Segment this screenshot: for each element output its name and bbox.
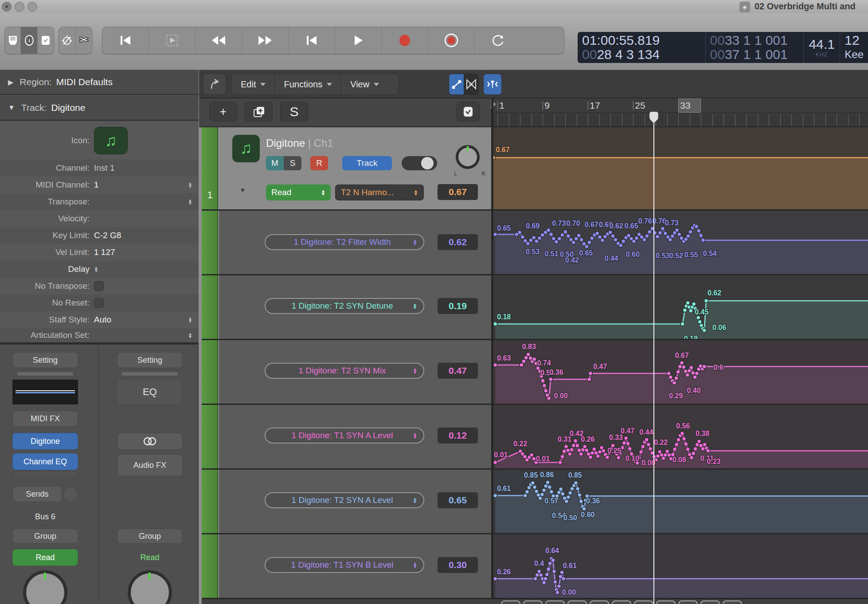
track-icon-note[interactable]: ♫: [232, 135, 260, 162]
region-outline[interactable]: [567, 600, 587, 604]
record-enable-button[interactable]: R: [310, 156, 328, 170]
automation-value[interactable]: 0.67: [438, 184, 478, 200]
autoselect-parameter-icon[interactable]: [457, 102, 480, 122]
automation-parameter-dropdown[interactable]: T2 N Harmo...▲▼: [335, 184, 424, 200]
field-velocity[interactable]: Velocity:: [0, 210, 199, 227]
lane-value[interactable]: 0.30: [438, 557, 478, 573]
region-outline[interactable]: [545, 600, 565, 604]
menu-edit[interactable]: Edit: [232, 74, 275, 94]
lane-value[interactable]: 0.62: [438, 234, 478, 250]
minimize-window-button[interactable]: [15, 2, 24, 12]
region-outline[interactable]: [612, 600, 631, 604]
stepper-icon[interactable]: ▲▼: [188, 182, 192, 188]
strip2-stereo-format-button[interactable]: [117, 433, 183, 450]
disclosure-down-icon[interactable]: ▼: [239, 186, 246, 194]
stepper-icon[interactable]: ▲▼: [188, 199, 192, 205]
field-no-transpose[interactable]: No Transpose:: [0, 278, 199, 294]
automation-curve[interactable]: 0.010.220.010.310.420.260.250.330.100.47…: [493, 405, 868, 468]
field-transpose[interactable]: Transpose: ▲▼: [0, 193, 199, 210]
field-articulation-set[interactable]: Articulation Set: ▲▼: [0, 328, 199, 342]
region-inspector-header[interactable]: ▶ Region:MIDI Defaults: [0, 70, 199, 95]
on-off-toggle[interactable]: [402, 156, 437, 170]
track-header[interactable]: ♫ Digitone | Ch1 M S R Track L R ▼ Read▲…: [219, 127, 491, 209]
bar-ruler[interactable]: 19172533: [493, 98, 868, 127]
lane-value[interactable]: 0.47: [438, 363, 478, 379]
strip1-sends-button[interactable]: Sends: [12, 486, 62, 502]
lane-parameter-dropdown[interactable]: 1 Digitone: T2 SYN Detune▲▼: [265, 298, 424, 314]
play-button[interactable]: [335, 27, 382, 54]
lane-label-row[interactable]: 1 Digitone: T2 Filter Width▲▼ 0.62: [219, 211, 491, 274]
strip2-automation-read-button[interactable]: Read: [117, 549, 183, 566]
automation-curve[interactable]: 0.260.40.640.610.00: [493, 534, 868, 598]
region-outline[interactable]: [523, 600, 543, 604]
automation-curve[interactable]: 0.630.830.740.510.360.000.470.670.290.40…: [493, 340, 868, 404]
field-no-reset[interactable]: No Reset:: [0, 294, 199, 311]
lane-parameter-dropdown[interactable]: 1 Digitone: T1 SYN B Level▲▼: [265, 557, 424, 573]
capture-record-button[interactable]: [428, 27, 475, 54]
lane-label-row[interactable]: 1 Digitone: T2 SYN Mix▲▼ 0.47: [219, 340, 491, 404]
scissors-icon[interactable]: ✂: [76, 27, 92, 54]
stepper-icon[interactable]: ▲▼: [188, 332, 192, 338]
automation-curves-mode-icon[interactable]: [449, 74, 464, 94]
automation-lane-canvas[interactable]: 0.650.690.530.730.700.510.500.420.650.67…: [493, 211, 868, 274]
strip1-eq-thumbnail[interactable]: [12, 380, 78, 404]
track-automation-target-button[interactable]: Track: [342, 156, 392, 170]
field-channel[interactable]: Channel:Inst 1: [0, 160, 199, 176]
lane-value[interactable]: 0.19: [438, 298, 478, 314]
midi-draw-mode-icon[interactable]: [464, 74, 478, 94]
lane-value[interactable]: 0.12: [438, 428, 478, 443]
playhead-line[interactable]: [653, 113, 654, 604]
automation-lane-canvas[interactable]: 0.610.850.860.850.570.540.500.600.36: [493, 470, 868, 533]
region-outline[interactable]: [678, 600, 698, 604]
no-reset-checkbox[interactable]: [94, 298, 104, 308]
stepper-icon[interactable]: ▲▼: [188, 317, 192, 323]
lcd-tempo[interactable]: 12 Kee: [840, 32, 868, 63]
region-outline[interactable]: [634, 600, 653, 604]
back-arrow-icon[interactable]: [203, 74, 226, 95]
strip1-output-bus-button[interactable]: Bus 6: [12, 508, 78, 525]
lcd-position[interactable]: 01:00:55.819 0028 4 3 134: [578, 32, 706, 63]
menu-view[interactable]: View: [341, 74, 388, 94]
lane-parameter-dropdown[interactable]: 1 Digitone: T2 SYN A Level▲▼: [265, 492, 424, 508]
lane-label-row[interactable]: 1 Digitone: T1 SYN A Level▲▼ 0.12: [219, 405, 491, 468]
stepper-icon[interactable]: ▲▼: [94, 266, 98, 272]
pan-knob[interactable]: [456, 145, 480, 169]
automation-curve[interactable]: 0.610.850.860.850.570.540.500.600.36: [493, 470, 868, 533]
disclosure-right-icon[interactable]: ▶: [8, 78, 13, 86]
automation-lane-canvas[interactable]: 0.630.830.740.510.360.000.470.670.290.40…: [493, 340, 868, 404]
strip1-group-button[interactable]: Group: [12, 529, 78, 544]
automation-lane-canvas[interactable]: 0.010.220.010.310.420.260.250.330.100.47…: [493, 405, 868, 468]
automation-curve[interactable]: 0.180.190.060.620.45: [493, 275, 868, 339]
solo-button[interactable]: S: [284, 156, 301, 170]
quick-help-icon[interactable]: [38, 27, 54, 54]
field-key-limit[interactable]: Key Limit:C-2 G8: [0, 227, 199, 244]
add-lane-button[interactable]: +: [209, 102, 237, 122]
rewind-button[interactable]: [195, 27, 242, 54]
field-delay[interactable]: Delay ▲▼: [0, 261, 199, 278]
next-lane-regions[interactable]: [202, 599, 868, 604]
no-transpose-checkbox[interactable]: [94, 281, 104, 291]
track-icon-note[interactable]: ♫: [94, 127, 128, 154]
cycle-button[interactable]: [475, 27, 520, 54]
field-vel-limit[interactable]: Vel Limit:1 127: [0, 244, 199, 261]
automation-curve[interactable]: 0.650.690.530.730.700.510.500.420.650.67…: [493, 211, 868, 274]
strip1-instrument-button[interactable]: Digitone: [12, 433, 78, 450]
lane-label-row[interactable]: 1 Digitone: T2 SYN A Level▲▼ 0.65: [219, 470, 491, 533]
automation-curve[interactable]: 0.67: [493, 127, 868, 209]
solo-lanes-button[interactable]: S: [280, 102, 308, 122]
track-inspector-header[interactable]: ▼ Track:Digitone: [0, 96, 199, 121]
forward-button[interactable]: [242, 27, 289, 54]
automation-lane-canvas[interactable]: 0.67: [493, 127, 868, 209]
strip2-group-button[interactable]: Group: [117, 529, 183, 544]
strip1-send-knob[interactable]: [63, 486, 78, 502]
strip2-audio-fx-button[interactable]: Audio FX: [117, 454, 183, 476]
stop-return-button[interactable]: [289, 27, 335, 54]
strip1-empty-slot[interactable]: [12, 471, 78, 478]
lane-value[interactable]: 0.65: [438, 492, 478, 508]
region-outline[interactable]: [656, 600, 676, 604]
automation-lane-canvas[interactable]: 0.180.190.060.620.45: [493, 275, 868, 339]
lane-parameter-dropdown[interactable]: 1 Digitone: T2 Filter Width▲▼: [265, 234, 424, 250]
duplicate-lane-button[interactable]: [245, 102, 273, 122]
automation-lane-canvas[interactable]: 0.260.40.640.610.00: [493, 534, 868, 598]
strip2-eq-thumbnail[interactable]: EQ: [117, 380, 183, 404]
